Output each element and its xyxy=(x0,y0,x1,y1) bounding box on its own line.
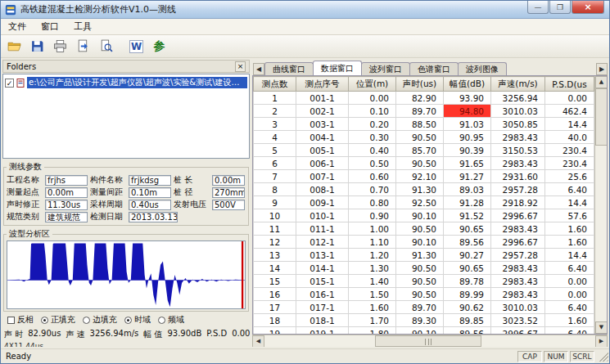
menu-window[interactable]: 窗口 xyxy=(34,19,66,34)
invert-option[interactable]: 反相 xyxy=(7,314,34,326)
fill-positive-radio[interactable] xyxy=(41,317,48,324)
resize-grip[interactable] xyxy=(598,351,608,362)
title-bar[interactable]: 高铁建混凝土检测分析软件V1.0—测线 — ❐ × xyxy=(1,1,609,19)
scroll-lock-indicator: SCRL xyxy=(570,351,594,362)
column-header[interactable]: 位置(m) xyxy=(349,77,396,92)
table-cell: 2931.60 xyxy=(491,170,545,183)
table-row[interactable]: 1001-10.0082.9093.903256.940.00 xyxy=(254,92,594,105)
table-row[interactable]: 7007-10.6092.1091.272931.6025.6 xyxy=(254,170,594,183)
tab-5[interactable]: 波列图像 xyxy=(458,62,507,75)
column-header[interactable]: 测点数 xyxy=(254,77,296,92)
tab-scroll-left-icon[interactable]: ◀ xyxy=(253,63,264,75)
pile-length-field[interactable]: 0.00m xyxy=(212,175,245,186)
freq-domain-radio[interactable] xyxy=(158,317,165,324)
tree-item[interactable]: ✓ e:\公司产品\设计开发\超声仪器\超声波\实验&测试\建设标准cd\p00… xyxy=(5,77,247,88)
project-name-field[interactable]: frjhs xyxy=(45,175,88,186)
table-cell: 0.00 xyxy=(545,288,594,301)
freq-domain-option[interactable]: 频域 xyxy=(158,314,184,326)
table-row[interactable]: 17017-11.6089.7090.623010.036.40 xyxy=(254,301,594,314)
word-export-button[interactable]: W xyxy=(126,37,147,56)
column-header[interactable]: 声时(us) xyxy=(396,77,444,92)
column-header[interactable]: P.S.D(us xyxy=(545,77,594,92)
export-button[interactable] xyxy=(73,37,93,56)
close-button[interactable]: × xyxy=(572,1,604,14)
save-button[interactable] xyxy=(27,37,47,56)
param-label: 采样周期 xyxy=(90,199,126,210)
measure-interval-field[interactable]: 0.10m xyxy=(129,187,171,198)
voltage-field[interactable]: 500V xyxy=(212,200,245,210)
table-cell: 16 xyxy=(254,288,296,301)
table-row[interactable]: 5005-10.4085.7090.393150.53230.4 xyxy=(254,144,594,157)
table-cell: 2957.28 xyxy=(491,249,545,262)
waveform-plot[interactable] xyxy=(7,240,246,309)
table-cell: 2983.43 xyxy=(491,157,545,170)
table-row[interactable]: 19019-11.8090.1089.562996.676.40 xyxy=(254,327,594,335)
table-row[interactable]: 14014-11.3090.5090.652983.436.40 xyxy=(254,262,594,275)
folders-tree[interactable]: ✓ e:\公司产品\设计开发\超声仪器\超声波\实验&测试\建设标准cd\p00… xyxy=(2,74,250,159)
menu-file[interactable]: 文件 xyxy=(1,19,34,34)
scroll-down-icon[interactable]: ▼ xyxy=(595,321,608,334)
table-cell: 009-1 xyxy=(296,196,349,209)
tab-4[interactable]: 色谱窗口 xyxy=(409,62,459,75)
time-domain-option[interactable]: 时域 xyxy=(124,314,151,326)
print-button[interactable] xyxy=(50,37,70,56)
parameter-button[interactable]: 参 xyxy=(149,37,169,56)
column-header[interactable]: 测点序号 xyxy=(296,77,349,92)
maximize-button[interactable]: ❐ xyxy=(549,1,571,14)
table-row[interactable]: 6006-10.5090.5091.652983.43230.4 xyxy=(254,157,594,170)
fill-edge-radio[interactable] xyxy=(83,317,90,324)
scroll-right-icon[interactable]: ▶ xyxy=(595,335,608,347)
table-cell: 1.30 xyxy=(349,262,396,275)
tab-1[interactable]: 曲线窗口 xyxy=(264,62,314,75)
tab-2[interactable]: 数据窗口 xyxy=(313,61,362,75)
sample-period-field[interactable]: 0.40us xyxy=(129,200,171,210)
menu-tools[interactable]: 工具 xyxy=(66,19,99,34)
pile-diameter-field[interactable]: 270mm xyxy=(212,187,245,198)
tab-3[interactable]: 波列窗口 xyxy=(361,62,410,75)
table-row[interactable]: 10010-10.9090.1091.522996.6757.6 xyxy=(254,209,594,222)
test-date-field[interactable]: 2013.03.13 xyxy=(129,212,178,222)
sound-time-label: 声 时 xyxy=(4,329,23,340)
invert-checkbox[interactable] xyxy=(7,317,15,324)
invert-label: 反相 xyxy=(17,314,34,326)
horizontal-scrollbar[interactable]: ◀ ▶ xyxy=(252,335,608,347)
table-cell: 018-1 xyxy=(296,314,349,327)
table-row[interactable]: 9009-10.8092.5091.282918.9214.4 xyxy=(254,196,594,209)
spec-type-field[interactable]: 建筑规范 xyxy=(45,212,88,222)
table-row[interactable]: 18018-11.7089.3089.853023.521.60 xyxy=(254,314,594,327)
vertical-scrollbar[interactable]: ▲ ▼ xyxy=(594,76,607,334)
open-button[interactable] xyxy=(4,37,25,56)
table-row[interactable]: 4004-10.3090.5090.952983.4340.0 xyxy=(254,131,594,144)
scroll-left-icon[interactable]: ◀ xyxy=(252,335,264,347)
table-row[interactable]: 13013-11.2091.3090.272957.2814.4 xyxy=(254,249,594,262)
time-domain-radio[interactable] xyxy=(124,317,132,324)
table-row[interactable]: 11011-11.0090.5090.652983.431.60 xyxy=(254,222,594,236)
table-cell: 15 xyxy=(254,275,296,288)
table-row[interactable]: 16016-11.5090.5089.992983.430.00 xyxy=(254,288,594,301)
panel-close-icon[interactable]: × xyxy=(235,61,246,72)
scroll-up-icon[interactable]: ▲ xyxy=(595,76,608,88)
component-name-field[interactable]: frjkdsg xyxy=(129,175,171,186)
table-row[interactable]: 12012-11.1090.1089.562996.671.60 xyxy=(254,236,594,249)
horizontal-scroll-thumb[interactable] xyxy=(375,335,481,347)
table-row[interactable]: 2002-10.1089.7094.803010.03462.4 xyxy=(254,105,594,118)
table-cell: 2996.67 xyxy=(491,236,545,249)
fill-edge-option[interactable]: 边填充 xyxy=(83,314,117,326)
column-header[interactable]: 幅值(dB) xyxy=(444,77,491,92)
time-correction-field[interactable]: 11.30us xyxy=(45,200,88,210)
minimize-button[interactable]: — xyxy=(527,1,549,14)
column-header[interactable]: 声速(m/s) xyxy=(491,77,545,92)
tree-item-checkbox[interactable]: ✓ xyxy=(5,79,14,88)
preview-button[interactable] xyxy=(96,37,116,56)
table-row[interactable]: 3003-10.2088.5091.033050.8514.4 xyxy=(254,118,594,131)
psd-value: 0.00us^2/m xyxy=(232,329,250,340)
table-cell: 3 xyxy=(254,118,296,131)
table-row[interactable]: 15015-11.4090.5089.782983.430.00 xyxy=(254,275,594,288)
fill-positive-option[interactable]: 正填充 xyxy=(41,314,75,326)
vertical-scroll-thumb[interactable] xyxy=(595,88,608,146)
table-row[interactable]: 8008-10.7091.3089.032957.286.40 xyxy=(254,183,594,196)
tab-scroll-right-icon[interactable]: ▶ xyxy=(596,63,608,75)
view-tab-bar: ◀ 曲线窗口数据窗口波列窗口色谱窗口波列图像 ▶ xyxy=(252,60,608,75)
table-cell: 89.85 xyxy=(444,314,491,327)
measure-start-field[interactable]: 0.00m xyxy=(45,187,88,198)
